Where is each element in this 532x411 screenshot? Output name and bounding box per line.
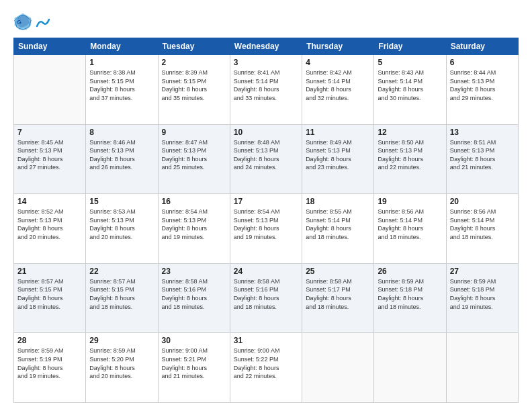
table-cell: 5Sunrise: 8:43 AM Sunset: 5:14 PM Daylig… xyxy=(374,55,446,125)
table-cell: 8Sunrise: 8:46 AM Sunset: 5:13 PM Daylig… xyxy=(86,124,158,194)
day-info: Sunrise: 8:59 AM Sunset: 5:18 PM Dayligh… xyxy=(450,277,515,311)
day-number: 18 xyxy=(306,197,370,206)
svg-text:G: G xyxy=(17,19,21,26)
day-info: Sunrise: 8:39 AM Sunset: 5:15 PM Dayligh… xyxy=(162,68,226,102)
table-cell xyxy=(14,55,86,125)
day-info: Sunrise: 8:56 AM Sunset: 5:14 PM Dayligh… xyxy=(450,208,515,241)
table-cell xyxy=(302,333,374,403)
day-number: 30 xyxy=(162,336,226,345)
day-number: 29 xyxy=(89,336,154,345)
calendar-week-row: 14Sunrise: 8:52 AM Sunset: 5:13 PM Dayli… xyxy=(14,194,519,264)
logo-wave-icon xyxy=(36,17,50,29)
day-number: 20 xyxy=(450,197,515,206)
day-info: Sunrise: 8:41 AM Sunset: 5:14 PM Dayligh… xyxy=(234,68,298,102)
logo-icon: G xyxy=(13,12,32,31)
day-number: 4 xyxy=(306,58,370,67)
day-info: Sunrise: 8:55 AM Sunset: 5:14 PM Dayligh… xyxy=(306,208,370,241)
table-cell: 24Sunrise: 8:58 AM Sunset: 5:16 PM Dayli… xyxy=(230,263,302,333)
day-number: 14 xyxy=(17,197,82,206)
day-number: 12 xyxy=(378,128,442,137)
table-cell: 29Sunrise: 8:59 AM Sunset: 5:20 PM Dayli… xyxy=(86,333,158,403)
day-number: 23 xyxy=(162,267,226,276)
day-number: 27 xyxy=(450,267,515,276)
day-info: Sunrise: 8:53 AM Sunset: 5:13 PM Dayligh… xyxy=(89,208,154,241)
table-cell: 9Sunrise: 8:47 AM Sunset: 5:13 PM Daylig… xyxy=(158,124,230,194)
day-info: Sunrise: 8:48 AM Sunset: 5:13 PM Dayligh… xyxy=(234,138,298,172)
day-number: 6 xyxy=(450,58,515,67)
table-cell: 15Sunrise: 8:53 AM Sunset: 5:13 PM Dayli… xyxy=(86,194,158,264)
day-number: 17 xyxy=(234,197,298,206)
day-number: 15 xyxy=(89,197,154,206)
table-cell: 18Sunrise: 8:55 AM Sunset: 5:14 PM Dayli… xyxy=(302,194,374,264)
day-number: 16 xyxy=(162,197,226,206)
col-wednesday: Wednesday xyxy=(230,38,302,55)
table-cell: 16Sunrise: 8:54 AM Sunset: 5:13 PM Dayli… xyxy=(158,194,230,264)
col-thursday: Thursday xyxy=(302,38,374,55)
table-cell: 4Sunrise: 8:42 AM Sunset: 5:14 PM Daylig… xyxy=(302,55,374,125)
table-cell: 17Sunrise: 8:54 AM Sunset: 5:13 PM Dayli… xyxy=(230,194,302,264)
day-info: Sunrise: 8:59 AM Sunset: 5:18 PM Dayligh… xyxy=(378,277,442,311)
table-cell: 10Sunrise: 8:48 AM Sunset: 5:13 PM Dayli… xyxy=(230,124,302,194)
page: G Sunday Monday Tuesday We xyxy=(0,0,532,411)
table-cell: 6Sunrise: 8:44 AM Sunset: 5:13 PM Daylig… xyxy=(446,55,518,125)
col-saturday: Saturday xyxy=(446,38,518,55)
day-info: Sunrise: 8:56 AM Sunset: 5:14 PM Dayligh… xyxy=(378,208,442,241)
day-number: 28 xyxy=(17,336,82,345)
calendar-table: Sunday Monday Tuesday Wednesday Thursday… xyxy=(13,38,519,403)
calendar-header-row: Sunday Monday Tuesday Wednesday Thursday… xyxy=(14,38,519,55)
day-info: Sunrise: 8:46 AM Sunset: 5:13 PM Dayligh… xyxy=(89,138,154,172)
table-cell: 27Sunrise: 8:59 AM Sunset: 5:18 PM Dayli… xyxy=(446,263,518,333)
day-number: 31 xyxy=(234,336,298,345)
day-number: 11 xyxy=(306,128,370,137)
day-info: Sunrise: 8:58 AM Sunset: 5:16 PM Dayligh… xyxy=(162,277,226,311)
day-info: Sunrise: 8:42 AM Sunset: 5:14 PM Dayligh… xyxy=(306,68,370,102)
table-cell: 3Sunrise: 8:41 AM Sunset: 5:14 PM Daylig… xyxy=(230,55,302,125)
table-cell: 31Sunrise: 9:00 AM Sunset: 5:22 PM Dayli… xyxy=(230,333,302,403)
col-sunday: Sunday xyxy=(14,38,86,55)
table-cell: 23Sunrise: 8:58 AM Sunset: 5:16 PM Dayli… xyxy=(158,263,230,333)
day-info: Sunrise: 8:49 AM Sunset: 5:13 PM Dayligh… xyxy=(306,138,370,172)
calendar-week-row: 1Sunrise: 8:38 AM Sunset: 5:15 PM Daylig… xyxy=(14,55,519,125)
col-tuesday: Tuesday xyxy=(158,38,230,55)
table-cell: 21Sunrise: 8:57 AM Sunset: 5:15 PM Dayli… xyxy=(14,263,86,333)
table-cell: 22Sunrise: 8:57 AM Sunset: 5:15 PM Dayli… xyxy=(86,263,158,333)
day-info: Sunrise: 8:50 AM Sunset: 5:13 PM Dayligh… xyxy=(378,138,442,172)
day-info: Sunrise: 8:59 AM Sunset: 5:20 PM Dayligh… xyxy=(89,347,154,380)
logo-text xyxy=(35,17,51,26)
table-cell: 26Sunrise: 8:59 AM Sunset: 5:18 PM Dayli… xyxy=(374,263,446,333)
day-number: 5 xyxy=(378,58,442,67)
day-number: 9 xyxy=(162,128,226,137)
day-info: Sunrise: 8:38 AM Sunset: 5:15 PM Dayligh… xyxy=(89,68,154,102)
table-cell: 12Sunrise: 8:50 AM Sunset: 5:13 PM Dayli… xyxy=(374,124,446,194)
day-number: 25 xyxy=(306,267,370,276)
day-info: Sunrise: 8:43 AM Sunset: 5:14 PM Dayligh… xyxy=(378,68,442,102)
day-info: Sunrise: 8:54 AM Sunset: 5:13 PM Dayligh… xyxy=(162,208,226,241)
header: G xyxy=(13,12,519,31)
day-info: Sunrise: 9:00 AM Sunset: 5:21 PM Dayligh… xyxy=(162,347,226,380)
table-cell: 1Sunrise: 8:38 AM Sunset: 5:15 PM Daylig… xyxy=(86,55,158,125)
day-info: Sunrise: 8:52 AM Sunset: 5:13 PM Dayligh… xyxy=(17,208,82,241)
table-cell: 14Sunrise: 8:52 AM Sunset: 5:13 PM Dayli… xyxy=(14,194,86,264)
day-info: Sunrise: 8:57 AM Sunset: 5:15 PM Dayligh… xyxy=(89,277,154,311)
day-info: Sunrise: 8:59 AM Sunset: 5:19 PM Dayligh… xyxy=(17,347,82,380)
day-info: Sunrise: 8:58 AM Sunset: 5:17 PM Dayligh… xyxy=(306,277,370,311)
day-number: 26 xyxy=(378,267,442,276)
table-cell: 25Sunrise: 8:58 AM Sunset: 5:17 PM Dayli… xyxy=(302,263,374,333)
day-info: Sunrise: 9:00 AM Sunset: 5:22 PM Dayligh… xyxy=(234,347,298,380)
table-cell: 11Sunrise: 8:49 AM Sunset: 5:13 PM Dayli… xyxy=(302,124,374,194)
table-cell xyxy=(446,333,518,403)
day-info: Sunrise: 8:51 AM Sunset: 5:13 PM Dayligh… xyxy=(450,138,515,172)
day-number: 24 xyxy=(234,267,298,276)
table-cell: 19Sunrise: 8:56 AM Sunset: 5:14 PM Dayli… xyxy=(374,194,446,264)
col-friday: Friday xyxy=(374,38,446,55)
col-monday: Monday xyxy=(86,38,158,55)
day-number: 1 xyxy=(89,58,154,67)
day-number: 7 xyxy=(17,128,82,137)
day-number: 22 xyxy=(89,267,154,276)
day-info: Sunrise: 8:54 AM Sunset: 5:13 PM Dayligh… xyxy=(234,208,298,241)
table-cell: 28Sunrise: 8:59 AM Sunset: 5:19 PM Dayli… xyxy=(14,333,86,403)
day-number: 19 xyxy=(378,197,442,206)
day-number: 2 xyxy=(162,58,226,67)
day-info: Sunrise: 8:47 AM Sunset: 5:13 PM Dayligh… xyxy=(162,138,226,172)
day-number: 10 xyxy=(234,128,298,137)
